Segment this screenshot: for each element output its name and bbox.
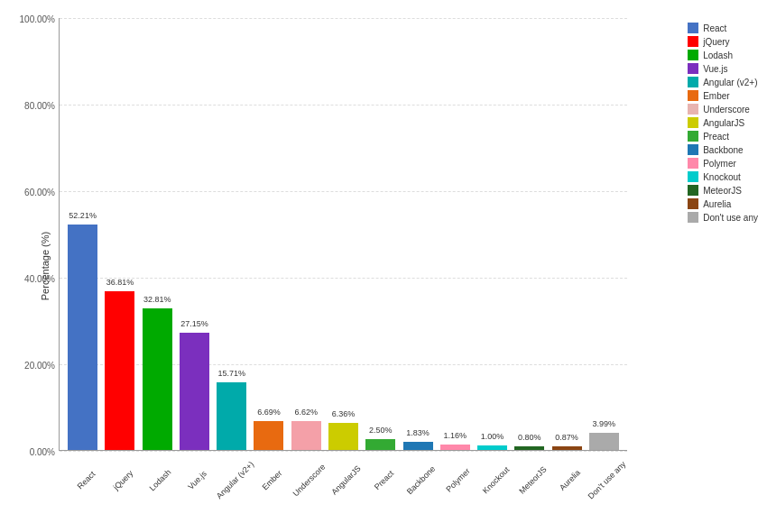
x-axis-label: Backbone (405, 464, 437, 496)
legend-item: Ember (688, 90, 758, 101)
bar-value-label: 1.16% (444, 431, 467, 440)
x-axis-label: Polymer (445, 466, 472, 493)
x-axis-label: AngularJS (330, 463, 363, 496)
legend: ReactjQueryLodashVue.jsAngular (v2+)Embe… (688, 23, 758, 223)
bar-value-label: 3.99% (593, 419, 616, 428)
bar-wrapper: 27.15%Vue.js (176, 18, 213, 450)
x-axis-label: React (75, 470, 97, 491)
legend-color-box (688, 158, 698, 169)
y-tick-label: 20.00% (24, 361, 60, 371)
bar-ember: 6.69% (254, 421, 283, 450)
bar-wrapper: 2.50%Preact (362, 18, 399, 450)
bar-value-label: 6.69% (257, 408, 281, 417)
y-tick-label: 60.00% (24, 188, 60, 197)
legend-label: Knockout (703, 172, 741, 182)
bar-value-label: 0.80% (518, 433, 541, 442)
legend-label: AngularJS (703, 118, 744, 128)
x-axis-label: Aurelia (558, 468, 582, 492)
legend-color-box (688, 77, 698, 87)
legend-item: AngularJS (688, 117, 758, 128)
bar-wrapper: 6.69%Ember (250, 18, 287, 450)
bar-value-label: 6.36% (332, 409, 356, 418)
bar-wrapper: 32.81%Lodash (139, 18, 176, 450)
bar-value-label: 32.81% (143, 295, 171, 304)
legend-item: Preact (688, 131, 758, 142)
legend-color-box (688, 23, 698, 33)
bar-wrapper: 1.16%Polymer (437, 18, 474, 450)
bar-value-label: 1.00% (481, 432, 504, 441)
bar-jquery: 36.81% (105, 291, 134, 450)
bar-wrapper: 0.87%Aurelia (548, 18, 585, 450)
legend-color-box (688, 131, 698, 142)
legend-color-box (688, 212, 698, 223)
legend-label: jQuery (703, 37, 729, 47)
x-axis-label: Underscore (291, 463, 328, 499)
y-gridline: 0.00% (60, 451, 627, 452)
legend-item: Knockout (688, 171, 758, 182)
bar-wrapper: 1.83%Backbone (399, 18, 436, 450)
bar-lodash: 32.81% (143, 308, 172, 450)
bar-value-label: 27.15% (180, 319, 208, 328)
legend-item: Backbone (688, 144, 758, 155)
bar-wrapper: 3.99%Don't use any (586, 18, 623, 450)
legend-label: Ember (703, 91, 729, 101)
legend-label: MeteorJS (703, 186, 742, 196)
x-axis-label: Vue.js (187, 469, 209, 491)
y-tick-label: 0.00% (30, 447, 60, 457)
legend-color-box (688, 50, 698, 60)
bar-angularjs: 6.36% (328, 423, 358, 450)
legend-item: jQuery (688, 36, 758, 47)
legend-label: Don't use any (703, 213, 758, 223)
bar-value-label: 36.81% (106, 278, 134, 287)
legend-color-box (688, 198, 698, 209)
legend-color-box (688, 117, 698, 128)
legend-item: Aurelia (688, 198, 758, 209)
bar-meteorjs: 0.80% (514, 446, 544, 450)
x-axis-label: MeteorJS (517, 464, 548, 495)
bar-wrapper: 1.00%Knockout (474, 18, 511, 450)
x-axis-label: jQuery (112, 469, 135, 492)
legend-item: Lodash (688, 50, 758, 60)
bar-value-label: 6.62% (294, 408, 318, 417)
legend-item: Polymer (688, 158, 758, 169)
y-tick-label: 40.00% (24, 274, 60, 284)
legend-item: Vue.js (688, 63, 758, 74)
chart-area: 0.00%20.00%40.00%60.00%80.00%100.00%52.2… (59, 18, 627, 451)
legend-color-box (688, 144, 698, 155)
legend-item: React (688, 23, 758, 33)
bar-vue.js: 27.15% (180, 333, 209, 450)
bar-polymer: 1.16% (440, 445, 470, 450)
bar-angular(v2+): 15.71% (217, 382, 246, 450)
legend-color-box (688, 90, 698, 101)
legend-label: Underscore (703, 105, 750, 115)
x-axis-label: Angular (v2+) (214, 460, 254, 500)
y-tick-label: 80.00% (24, 101, 60, 111)
bar-react: 52.21% (68, 225, 97, 450)
chart-container: Percentage (%) 0.00%20.00%40.00%60.00%80… (0, 0, 767, 532)
legend-label: Vue.js (703, 64, 727, 74)
bar-value-label: 1.83% (406, 428, 430, 437)
legend-color-box (688, 104, 698, 115)
legend-color-box (688, 185, 698, 196)
bar-wrapper: 15.71%Angular (v2+) (213, 18, 250, 450)
bar-value-label: 15.71% (217, 369, 245, 378)
legend-label: Lodash (703, 50, 733, 60)
x-axis-label: Don't use any (587, 460, 628, 501)
x-axis-label: Preact (373, 469, 395, 491)
legend-label: Backbone (703, 145, 743, 155)
y-axis-label: Percentage (%) (40, 232, 51, 300)
bar-wrapper: 0.80%MeteorJS (511, 18, 548, 450)
legend-label: Angular (v2+) (703, 78, 757, 87)
legend-item: Underscore (688, 104, 758, 115)
x-axis-label: Knockout (480, 465, 511, 496)
bar-value-label: 2.50% (369, 426, 393, 435)
x-axis-label: Ember (261, 469, 284, 492)
legend-label: Aurelia (703, 199, 731, 209)
legend-color-box (688, 63, 698, 74)
y-tick-label: 100.00% (20, 14, 60, 24)
bar-wrapper: 6.36%AngularJS (325, 18, 362, 450)
bar-aurelia: 0.87% (552, 446, 582, 450)
bar-value-label: 0.87% (555, 433, 578, 442)
bar-don'tuseany: 3.99% (589, 433, 619, 450)
bars-group: 52.21%React36.81%jQuery32.81%Lodash27.15… (60, 18, 627, 450)
